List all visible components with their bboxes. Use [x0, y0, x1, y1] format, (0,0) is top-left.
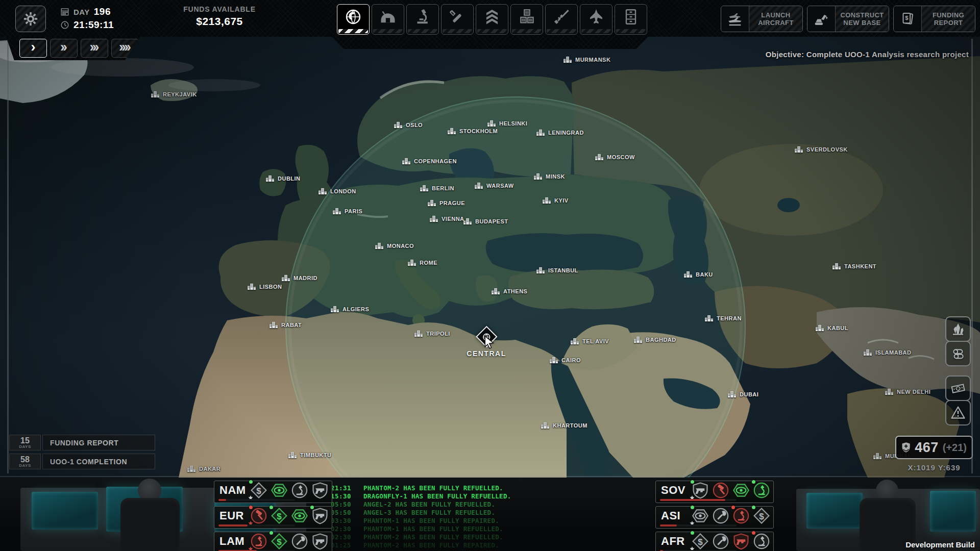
speed-1-button[interactable]: › — [19, 39, 47, 58]
city-marker-dublin[interactable]: DUBLIN — [265, 175, 301, 182]
city-marker-timbuktu[interactable]: TIMBUKTU — [288, 452, 331, 459]
region-status-eye[interactable] — [270, 481, 288, 499]
region-status-wrench[interactable] — [712, 507, 730, 525]
region-status-microscope[interactable] — [752, 481, 771, 499]
city-marker-london[interactable]: LONDON — [318, 188, 356, 195]
city-marker-stockholm[interactable]: STOCKHOLM — [447, 128, 498, 135]
overlay-fuel-button[interactable] — [945, 341, 971, 366]
nav-aircraft[interactable] — [580, 4, 612, 35]
construct-new-base-button[interactable]: CONSTRUCT NEW BASE — [807, 6, 889, 32]
city-marker-athens[interactable]: ATHENS — [491, 288, 527, 295]
city-marker-rome[interactable]: ROME — [407, 259, 437, 266]
city-marker-copenhagen[interactable]: COPENHAGEN — [402, 158, 457, 165]
city-marker-rabat[interactable]: RABAT — [269, 321, 302, 329]
city-marker-moscow[interactable]: MOSCOW — [595, 154, 635, 161]
city-marker-tel-aviv[interactable]: TEL AVIV — [570, 338, 609, 345]
city-marker-budapest[interactable]: BUDAPEST — [463, 218, 508, 225]
city-marker-kabul[interactable]: KABUL — [815, 324, 848, 332]
region-status-gun[interactable] — [732, 532, 750, 550]
status-dot-green — [270, 531, 273, 535]
region-status-microscope[interactable] — [752, 532, 771, 550]
region-row-eur[interactable]: EUR$ — [214, 506, 332, 529]
city-marker-berlin[interactable]: BERLIN — [420, 185, 454, 192]
city-marker-murmansk[interactable]: MURMANSK — [563, 56, 610, 63]
region-status-wrench[interactable] — [712, 532, 730, 550]
city-marker-sverdlovsk[interactable]: SVERDLOVSK — [794, 146, 848, 153]
city-marker-cairo[interactable]: CAIRO — [549, 357, 581, 364]
region-row-sov[interactable]: SOV — [655, 481, 774, 503]
region-status-gun[interactable] — [311, 481, 329, 499]
region-status-hammer[interactable] — [250, 507, 268, 525]
status-dot-green — [752, 480, 755, 484]
region-status-microscope[interactable] — [732, 507, 750, 525]
region-status-eye[interactable] — [691, 507, 709, 525]
nav-personnel[interactable] — [476, 4, 508, 35]
city-marker-tripoli[interactable]: TRIPOLI — [414, 330, 450, 337]
city-marker-tehran[interactable]: TEHRAN — [704, 315, 742, 322]
region-row-afr[interactable]: AFR$ — [655, 532, 774, 551]
region-status-microscope[interactable] — [290, 481, 309, 499]
city-marker-oslo[interactable]: OSLO — [394, 121, 423, 129]
city-buildings-icon — [151, 91, 160, 98]
city-marker-minsk[interactable]: MINSK — [533, 173, 565, 180]
nav-bases[interactable] — [372, 4, 404, 35]
city-marker-baku[interactable]: BAKU — [683, 271, 713, 278]
city-marker-helsinki[interactable]: HELSINKI — [487, 120, 527, 127]
nav-geoscape[interactable] — [337, 4, 370, 35]
countdown-days: 15DAYS — [9, 435, 41, 450]
countdown-uoo1-completion[interactable]: 58DAYS UOO-1 COMPLETION — [9, 454, 155, 469]
region-row-nam[interactable]: NAM$ — [214, 481, 332, 503]
city-marker-lisbon[interactable]: LISBON — [247, 283, 282, 290]
region-status-dollar[interactable]: $ — [752, 507, 771, 525]
overlay-funds-button[interactable] — [945, 375, 971, 401]
city-marker-tashkent[interactable]: TASHKENT — [832, 263, 876, 270]
funding-report-button[interactable]: $FUNDING REPORT — [893, 6, 975, 32]
region-row-asi[interactable]: ASI$ — [655, 506, 774, 529]
overlay-alerts-button[interactable] — [945, 400, 971, 425]
city-marker-kyiv[interactable]: KYIV — [542, 197, 569, 204]
nav-archives[interactable] — [615, 4, 647, 35]
city-marker-monaco[interactable]: MONACO — [375, 242, 414, 249]
region-status-eye[interactable] — [732, 481, 750, 499]
region-status-dollar[interactable]: $ — [270, 532, 288, 550]
speed-2-button[interactable]: ›› — [50, 39, 78, 58]
region-status-wrench[interactable] — [290, 532, 309, 550]
region-row-lam[interactable]: LAM$ — [214, 532, 332, 551]
nav-armoury[interactable] — [545, 4, 578, 35]
city-marker-dubai[interactable]: DUBAI — [727, 391, 758, 398]
region-status-gun[interactable] — [311, 532, 329, 550]
city-marker-leningrad[interactable]: LENINGRAD — [536, 129, 584, 136]
settings-button[interactable] — [15, 6, 46, 32]
speed-3-button[interactable]: ››› — [81, 39, 108, 58]
city-marker-madrid[interactable]: MADRID — [281, 274, 317, 282]
region-status-gun[interactable] — [691, 481, 709, 499]
city-marker-khartoum[interactable]: KHARTOUM — [541, 422, 587, 429]
city-marker-vienna[interactable]: VIENNA — [429, 215, 464, 222]
city-marker-new-delhi[interactable]: NEW DELHI — [885, 388, 930, 395]
city-marker-warsaw[interactable]: WARSAW — [474, 182, 514, 189]
region-status-gun[interactable] — [311, 507, 329, 525]
city-marker-prague[interactable]: PRAGUE — [427, 199, 465, 207]
city-marker-islamabad[interactable]: ISLAMABAD — [863, 349, 912, 356]
region-status-microscope[interactable] — [250, 532, 268, 550]
city-marker-istanbul[interactable]: ISTANBUL — [536, 267, 578, 274]
region-status-eye[interactable] — [290, 507, 309, 525]
region-status-dollar[interactable]: $ — [270, 507, 288, 525]
score-badge[interactable]: 467 (+21) — [895, 436, 973, 459]
city-marker-reykjavik[interactable]: REYKJAVIK — [151, 91, 197, 98]
countdown-funding-report[interactable]: 15DAYS FUNDING REPORT — [9, 435, 155, 450]
city-marker-baghdad[interactable]: BAGHDAD — [633, 336, 676, 343]
city-marker-dakar[interactable]: DAKAR — [187, 465, 220, 472]
nav-stores[interactable] — [510, 4, 543, 35]
launch-aircraft-button[interactable]: LAUNCH AIRCRAFT — [721, 6, 803, 32]
nav-research[interactable] — [406, 4, 439, 35]
world-map[interactable]: MURMANSKREYKJAVIKOSLOSTOCKHOLMHELSINKILE… — [0, 37, 980, 478]
nav-engineering[interactable] — [441, 4, 474, 35]
region-status-dollar[interactable]: $ — [250, 481, 268, 499]
date-time-block: DAY 196 21:59:11 — [60, 5, 114, 32]
overlay-alenium-button[interactable] — [945, 316, 971, 342]
city-marker-paris[interactable]: PARIS — [332, 208, 362, 215]
region-status-hammer[interactable] — [712, 481, 730, 499]
region-status-dollar[interactable]: $ — [691, 532, 709, 550]
city-marker-algiers[interactable]: ALGIERS — [330, 306, 369, 313]
